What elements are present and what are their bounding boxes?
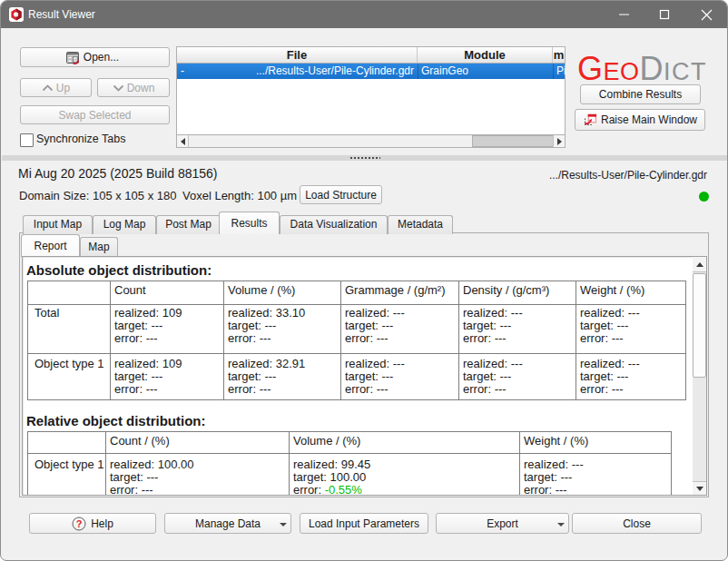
svg-text:?: ? [76,518,83,529]
